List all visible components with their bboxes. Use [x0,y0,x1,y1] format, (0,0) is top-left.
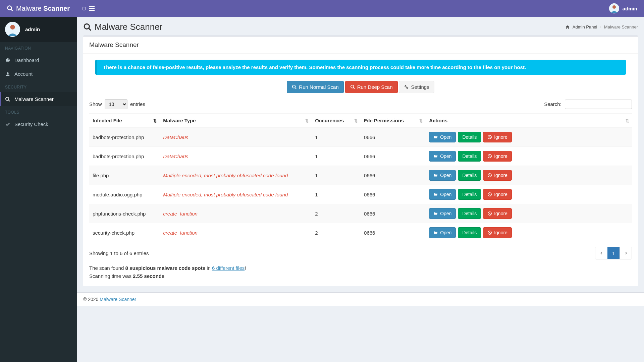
sidebar-item-malware-scanner[interactable]: Malware Scanner [0,92,77,106]
user-icon [5,71,10,77]
cell-file: badbots-protection.php [89,128,160,147]
ignore-button[interactable]: Ignore [483,132,512,142]
svg-line-29 [489,213,491,215]
svg-line-27 [489,193,491,196]
search-input[interactable] [565,100,632,109]
col-actions[interactable]: Actions⇅ [426,114,632,128]
breadcrumb-home[interactable]: Admin Panel [573,24,597,29]
ignore-button[interactable]: Ignore [483,170,512,181]
ban-icon [487,230,492,235]
cell-file: file.php [89,166,160,185]
open-button[interactable]: Open [429,151,456,162]
cell-perm: 0666 [361,128,426,147]
scan-summary: The scan found 8 suspicious malware code… [89,264,632,280]
sidebar-user-panel: admin [0,17,77,42]
table-row: file.phpMultiple encoded, most probably … [89,166,632,185]
open-button[interactable]: Open [429,227,456,238]
ignore-button[interactable]: Ignore [483,208,512,219]
open-button[interactable]: Open [429,132,456,142]
col-occurences[interactable]: Occurences⇅ [312,114,361,128]
svg-point-0 [8,6,12,10]
ignore-button[interactable]: Ignore [483,151,512,162]
run-deep-scan-button[interactable]: Run Deep Scan [345,81,398,93]
datatable-info: Showing 1 to 6 of 6 entries [89,250,149,256]
search-icon [292,84,297,89]
collapse-icon[interactable]: ▢ [82,6,86,11]
cell-type: DataCha0s [160,147,312,166]
hamburger-icon[interactable] [89,6,95,11]
svg-rect-4 [89,10,95,11]
details-button[interactable]: Details [458,189,481,200]
cell-type: create_function [160,223,312,242]
ignore-button[interactable]: Ignore [483,189,512,200]
sidebar-header-security: SECURITY [0,81,77,92]
ignore-button[interactable]: Ignore [483,227,512,238]
page-number-button[interactable]: 1 [607,247,620,259]
info-alert: There is a chance of false-positive resu… [95,60,626,75]
open-button[interactable]: Open [429,170,456,181]
settings-button[interactable]: Settings [399,81,434,93]
avatar[interactable] [609,3,619,13]
details-button[interactable]: Details [458,132,481,142]
search-icon [7,5,13,12]
ban-icon [487,173,492,178]
open-button[interactable]: Open [429,189,456,200]
cell-type: Multiple encoded, most probably obfuscat… [160,185,312,204]
cell-perm: 0666 [361,166,426,185]
length-select[interactable]: 10 [105,99,127,109]
footer: © 2020 Malware Scanner [77,292,644,306]
cell-actions: OpenDetailsIgnore [426,204,632,223]
results-table: Infected File⇅ Malware Type⇅ Occurences⇅… [89,113,632,242]
cell-actions: OpenDetailsIgnore [426,166,632,185]
table-row: module.audio.ogg.phpMultiple encoded, mo… [89,185,632,204]
logo-text-light: Malware [16,5,42,12]
logo-text-bold: Scanner [43,5,70,12]
page-title: Malware Scanner [83,22,162,32]
box: Malware Scanner There is a chance of fal… [83,36,638,286]
col-malware-type[interactable]: Malware Type⇅ [160,114,312,128]
page-prev-button[interactable] [595,247,607,259]
cell-perm: 0666 [361,223,426,242]
svg-point-18 [405,85,407,87]
sidebar-item-dashboard[interactable]: Dashboard [0,53,77,67]
search-icon [350,84,355,89]
datatable-controls: Show 10 entries Search: [89,99,632,109]
details-button[interactable]: Details [458,208,481,219]
table-row: badbots-protection.phpDataCha0s10666Open… [89,147,632,166]
details-button[interactable]: Details [458,151,481,162]
sidebar-item-label: Account [14,71,33,77]
details-button[interactable]: Details [458,227,481,238]
sort-icon: ⇅ [419,118,423,123]
ban-icon [487,135,492,139]
svg-line-11 [8,100,10,101]
cell-type: DataCha0s [160,128,312,147]
topbar-username[interactable]: admin [623,6,637,11]
breadcrumb-separator: › [600,24,601,29]
open-button[interactable]: Open [429,208,456,219]
app-logo[interactable]: Malware Scanner [0,0,77,17]
svg-line-1 [11,9,13,11]
page-next-button[interactable] [620,247,632,259]
col-file-permissions[interactable]: File Permissions⇅ [361,114,426,128]
home-icon [565,25,570,29]
svg-line-23 [489,155,491,158]
files-link[interactable]: 6 different files [212,265,245,271]
col-infected-file[interactable]: Infected File⇅ [89,114,160,128]
cell-occur: 1 [312,166,361,185]
content-header: Malware Scanner Admin Panel › Malware Sc… [77,17,644,36]
ban-icon [487,211,492,216]
svg-line-17 [353,87,355,89]
sidebar-item-label: Malware Scanner [14,96,54,102]
svg-line-31 [489,232,491,234]
topbar: Malware Scanner ▢ admin [0,0,644,17]
run-normal-scan-button[interactable]: Run Normal Scan [287,81,343,93]
sidebar-item-security-check[interactable]: Security Check [0,117,77,131]
svg-point-16 [351,85,354,88]
cell-perm: 0666 [361,204,426,223]
cell-file: badbots-protection.php [89,147,160,166]
details-button[interactable]: Details [458,170,481,181]
footer-link[interactable]: Malware Scanner [100,297,136,302]
folder-open-icon [433,173,438,178]
sidebar-item-account[interactable]: Account [0,67,77,81]
pagination: 1 [595,247,632,259]
